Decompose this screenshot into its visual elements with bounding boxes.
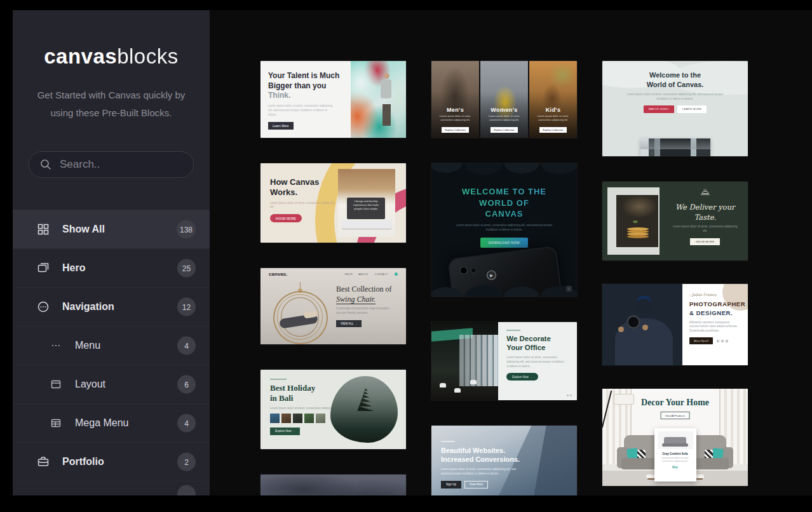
- pagoda-silhouette: [357, 388, 374, 411]
- explore-collection-button: Explore Collection: [442, 127, 468, 133]
- mens-title: Men's: [431, 107, 479, 113]
- talent-photo: [351, 61, 406, 138]
- block-preview-swing-chair[interactable]: canvas. SHOP ABOUT CONTACT Best Collecti…: [261, 268, 406, 344]
- talent-text-panel: Your Talent is Much Bigger than you Thin…: [261, 61, 351, 138]
- sidebar-item-label: Navigation: [62, 301, 114, 313]
- websites-text-panel: Beautiful Websites.Increased Conversions…: [441, 441, 531, 488]
- buy-link: Buy: [658, 466, 693, 469]
- canvasblocks-app: canvasblocks Get Started with Canvas qui…: [0, 0, 812, 512]
- websites-title: Beautiful Websites.Increased Conversions…: [441, 446, 531, 464]
- phone-body: Lorem ipsum dolor sit amet, consectetur …: [453, 224, 555, 232]
- block-preview-talent-hero[interactable]: Your Talent is Much Bigger than you Thin…: [261, 61, 406, 138]
- block-preview-how-canvas-works[interactable]: I design and develop experiences that ma…: [261, 163, 406, 243]
- phone-title: WELCOME TO THE WORLD OF CANVAS: [431, 186, 577, 220]
- explore-now-button: Explore Now →: [506, 373, 538, 381]
- learn-more-button: LEARN MORE: [677, 105, 707, 113]
- eyebrow-decoration: [506, 330, 520, 331]
- block-preview-deliver-taste[interactable]: We Deliver yourTaste. Lorem ipsum dolor …: [602, 182, 748, 260]
- block-preview-beautiful-websites[interactable]: Beautiful Websites.Increased Conversions…: [431, 426, 577, 495]
- laptop-screen-text: I design and develop experiences that ma…: [347, 198, 384, 219]
- mini-navbar: canvas. SHOP ABOUT CONTACT: [261, 271, 406, 277]
- block-preview-bali-holiday[interactable]: Best Holidayin Bali Lorem ipsum dolor si…: [261, 370, 406, 449]
- womens-column: Women's Lorem ipsum dolor sit amet, cons…: [480, 61, 528, 138]
- count-badge: 4: [177, 337, 196, 355]
- photographer-title: PHOTOGRAPHER& DESIGNER.: [689, 300, 741, 318]
- explore-collection-button: Explore Collection: [491, 127, 517, 133]
- sidebar-item-navigation[interactable]: Navigation 12: [13, 288, 210, 327]
- eyebrow-decoration: [270, 379, 287, 380]
- block-preview-welcome-canvas[interactable]: Welcome to theWorld of Canvas. Lorem ips…: [602, 61, 748, 156]
- count-badge: 2: [177, 453, 196, 471]
- sidebar-item-label: Mega Menu: [75, 417, 129, 429]
- block-preview-dark-canvas-app[interactable]: WELCOME TO THE WORLD OF CANVAS Lorem ips…: [431, 163, 577, 297]
- sidebar-item-label: Hero: [62, 262, 85, 274]
- product-image: [658, 431, 693, 449]
- sidebar-item-label: Show All: [62, 224, 105, 235]
- dish-icon: [700, 189, 710, 197]
- office-title: We DecorateYour Office: [506, 334, 569, 353]
- womens-title: Women's: [480, 107, 528, 113]
- hero-icon: [36, 262, 50, 274]
- count-badge: 6: [177, 375, 196, 394]
- view-all-products-button: View All Products: [660, 412, 690, 419]
- websites-body: Lorem ipsum dolor sit amet, consectetur …: [441, 468, 527, 476]
- tagline: Get Started with Canvas quickly by using…: [13, 86, 210, 122]
- swing-chair-illustration: [271, 283, 329, 340]
- sidebar-item-label: Layout: [75, 379, 105, 390]
- office-body: Lorem ipsum dolor sit amet, consectetur …: [506, 356, 565, 369]
- count-badge: 4: [177, 414, 196, 433]
- navigation-icon: [36, 300, 50, 313]
- block-preview-decor-home[interactable]: Decor Your Home View All Products Gray C…: [602, 389, 748, 486]
- scroll-top-icon: ↑: [566, 286, 572, 292]
- layout-icon: [49, 379, 63, 390]
- office-interior-photo: [640, 138, 710, 156]
- bali-title: Best Holidayin Bali: [270, 383, 343, 404]
- taste-text-panel: We Deliver yourTaste. Lorem ipsum dolor …: [667, 188, 744, 245]
- cart-icon: [395, 273, 398, 276]
- swing-title: Best Collection ofSwing Chair.: [336, 285, 402, 304]
- product-title: Gray Comfort Sofa: [658, 452, 693, 455]
- grid-icon: [36, 223, 50, 236]
- know-more-button: KNOW MORE: [690, 238, 720, 245]
- pancakes-photo: [616, 195, 658, 247]
- how-title: How CanvasWorks.: [270, 177, 341, 198]
- photographer-body: Efficiently transform transparent source…: [689, 321, 738, 334]
- block-preview-fashion-collections[interactable]: Men's Lorem ipsum dolor sit amet, consec…: [431, 61, 577, 138]
- sidebar-item-menu[interactable]: Menu 4: [13, 327, 210, 365]
- sidebar: canvasblocks Get Started with Canvas qui…: [13, 10, 210, 495]
- wave-decoration: [431, 281, 577, 297]
- count-badge: 138: [177, 220, 196, 239]
- block-preview-decorate-office[interactable]: We DecorateYour Office Lorem ipsum dolor…: [431, 322, 577, 400]
- category-menu: Show All 138 Hero 25 Navigation 12: [13, 210, 210, 495]
- sidebar-item-portfolio[interactable]: Portfolio 2: [13, 443, 210, 482]
- sidebar-item-next-partial[interactable]: [13, 482, 210, 495]
- watch-video-button: WATCH VIDEO: [644, 105, 674, 113]
- office-photo: [431, 322, 498, 400]
- photographer-name: - Juliet Fresco: [689, 292, 741, 297]
- laptop-photo: I design and develop experiences that ma…: [338, 169, 395, 237]
- search-icon: [40, 159, 51, 170]
- sidebar-item-hero[interactable]: Hero 25: [13, 249, 210, 288]
- search-input[interactable]: [58, 158, 182, 172]
- sidebar-item-show-all[interactable]: Show All 138: [13, 210, 210, 249]
- block-preview-storm-sky[interactable]: [261, 475, 406, 495]
- taste-title: We Deliver yourTaste.: [667, 202, 744, 222]
- mens-column: Men's Lorem ipsum dolor sit amet, consec…: [431, 61, 479, 138]
- explore-collection-button: Explore Collection: [539, 127, 566, 133]
- social-icons: [717, 340, 728, 342]
- play-icon: ▶: [486, 270, 497, 281]
- kids-title: Kid's: [529, 107, 577, 113]
- sidebar-item-label: Portfolio: [62, 456, 104, 468]
- kids-caption: Lorem ipsum dolor sit amet, consectetur …: [529, 114, 577, 122]
- search-box[interactable]: [29, 151, 194, 178]
- block-preview-photographer[interactable]: - Juliet Fresco PHOTOGRAPHER& DESIGNER. …: [602, 284, 748, 365]
- count-badge: 25: [177, 259, 196, 278]
- sidebar-item-mega-menu[interactable]: Mega Menu 4: [13, 404, 210, 443]
- office-text-panel: We DecorateYour Office Lorem ipsum dolor…: [498, 322, 577, 400]
- sidebar-item-layout[interactable]: Layout 6: [13, 365, 210, 404]
- blocks-grid: Your Talent is Much Bigger than you Thin…: [210, 10, 812, 495]
- logo-bold: canvas: [44, 44, 117, 68]
- taste-body: Lorem ipsum dolor sit amet, consectetur …: [671, 225, 740, 234]
- know-more-button: KNOW MORE: [270, 214, 302, 222]
- mens-caption: Lorem ipsum dolor sit amet, consectetur …: [431, 114, 479, 122]
